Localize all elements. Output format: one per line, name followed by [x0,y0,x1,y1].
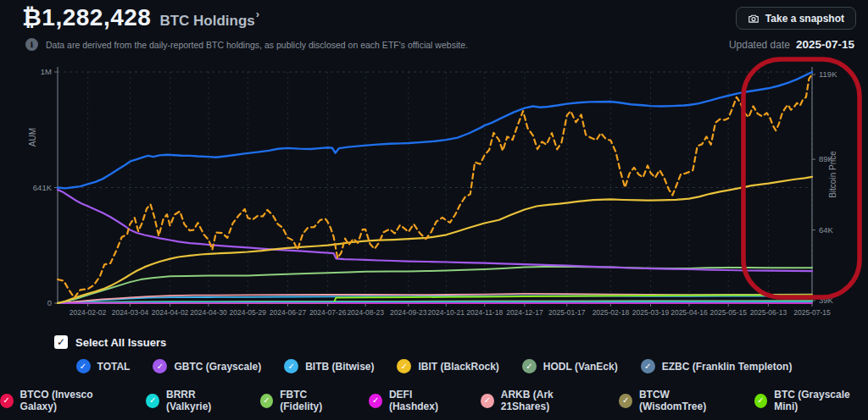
subtitle-text: BTC Holdings [159,13,254,29]
svg-text:2024-04-30: 2024-04-30 [190,308,227,317]
svg-text:2025-03-19: 2025-03-19 [632,308,670,317]
legend-item-btcw[interactable]: ✓BTCW (WisdomTree) [619,389,731,412]
svg-text:2025-04-16: 2025-04-16 [670,308,708,317]
legend-check-icon: ✓ [284,359,298,373]
legend-item-label: BTCW (WisdomTree) [639,389,732,412]
legend-row-1: ✓TOTAL✓GBTC (Grayscale)✓BITB (Bitwise)✓I… [0,359,868,373]
legend-item-fbtc[interactable]: ✓FBTC (Fidelity) [260,389,347,412]
snapshot-button-label: Take a snapshot [765,13,844,25]
btc-symbol: ₿ [22,4,42,30]
legend-check-icon: ✓ [369,394,382,408]
legend-item-label: BTC (Grayscale Mini) [774,389,868,412]
legend-item-label: EZBC (Franklin Templeton) [662,361,793,373]
page-title[interactable]: ₿1,282,428 BTC Holdings› [22,4,259,31]
take-snapshot-button[interactable]: Take a snapshot [736,7,856,30]
holdings-chart[interactable]: 2024-02-022024-03-042024-04-022024-04-30… [0,49,868,329]
legend-item-label: DEFI (Hashdex) [389,389,458,412]
legend-check-icon: ✓ [481,394,494,408]
svg-text:2024-04-02: 2024-04-02 [152,308,189,317]
legend-item-hodl[interactable]: ✓HODL (VanEck) [522,359,618,373]
series-total [58,72,812,188]
series-price [58,75,812,298]
svg-text:119K: 119K [819,69,837,79]
svg-text:2024-05-29: 2024-05-29 [230,308,267,317]
legend-check-icon: ✓ [397,359,411,373]
svg-text:2025-01-17: 2025-01-17 [548,308,586,317]
svg-text:2024-03-04: 2024-03-04 [112,308,149,317]
legend-check-icon: ✓ [146,394,159,408]
svg-text:2024-06-27: 2024-06-27 [270,308,307,317]
right-axis-label: Bitcoin Price [828,151,837,198]
legend-row-2: ✓BTCO (Invesco Galaxy)✓BRRR (Valkyrie)✓F… [0,389,868,412]
svg-text:2024-10-21: 2024-10-21 [428,308,465,317]
svg-text:641K: 641K [33,183,53,192]
svg-text:2024-08-23: 2024-08-23 [347,308,384,317]
left-axis-label: AUM [28,128,37,146]
chart-svg[interactable]: 2024-02-022024-03-042024-04-022024-04-30… [0,49,868,329]
legend-item-label: ARKB (Ark 21Shares) [501,389,597,412]
svg-text:2024-02-02: 2024-02-02 [70,308,107,317]
legend-item-label: HODL (VanEck) [543,361,618,373]
legend-item-bitb[interactable]: ✓BITB (Bitwise) [284,359,374,373]
legend-item-label: BITB (Bitwise) [305,361,374,373]
legend-check-icon: ✓ [522,359,537,373]
legend-check-icon: ✓ [619,394,632,408]
legend-item-label: TOTAL [97,361,131,373]
legend-check-icon: ✓ [0,394,14,408]
svg-text:2024-11-18: 2024-11-18 [466,308,503,317]
legend-item-label: BTCO (Invesco Galaxy) [20,389,124,412]
svg-text:2024-12-17: 2024-12-17 [506,308,543,317]
btc-holdings-dashboard: ₿1,282,428 BTC Holdings› Take a snapshot… [0,0,868,420]
svg-text:64K: 64K [819,225,834,235]
legend-item-btco[interactable]: ✓BTCO (Invesco Galaxy) [0,389,123,412]
legend-item-gbtc[interactable]: ✓GBTC (Grayscale) [153,359,261,373]
svg-text:2025-05-15: 2025-05-15 [709,308,747,317]
legend-item-total[interactable]: ✓TOTAL [76,359,131,373]
legend-item-arkb[interactable]: ✓ARKB (Ark 21Shares) [481,389,596,412]
legend-check-icon: ✓ [76,359,91,373]
legend-check-icon: ✓ [260,394,274,408]
svg-text:0: 0 [47,298,52,307]
checkbox-check-icon[interactable]: ✓ [54,335,68,349]
svg-text:2025-06-13: 2025-06-13 [750,308,787,317]
svg-text:2024-07-26: 2024-07-26 [309,308,347,317]
info-text: Data are derived from the daily-reported… [46,40,468,50]
btc-holdings-value: ₿1,282,428 [22,4,151,31]
legend-item-btc[interactable]: ✓BTC (Grayscale Mini) [754,389,868,412]
legend-item-brrr[interactable]: ✓BRRR (Valkyrie) [146,389,236,412]
svg-text:2025-07-15: 2025-07-15 [793,308,831,317]
legend-item-label: GBTC (Grayscale) [174,361,261,373]
header: ₿1,282,428 BTC Holdings› Take a snapshot [0,0,868,37]
select-all-label: Select All Issuers [75,336,166,349]
select-all-issuers-checkbox[interactable]: ✓ Select All Issuers [54,335,166,349]
svg-text:2025-02-18: 2025-02-18 [593,308,630,317]
page-subtitle: BTC Holdings› [159,13,259,30]
svg-text:2024-09-23: 2024-09-23 [390,308,427,317]
svg-text:1M: 1M [41,67,52,76]
camera-icon [748,13,760,25]
legend-item-label: BRRR (Valkyrie) [166,389,237,412]
holdings-number: 1,282,428 [42,4,151,30]
legend-item-ezbc[interactable]: ✓EZBC (Franklin Templeton) [641,359,793,373]
legend-item-label: IBIT (BlackRock) [418,361,498,373]
legend-item-ibit[interactable]: ✓IBIT (BlackRock) [397,359,498,373]
legend-check-icon: ✓ [153,359,167,373]
legend-item-defi[interactable]: ✓DEFI (Hashdex) [369,389,458,412]
legend-item-label: FBTC (Fidelity) [280,389,346,412]
chevron-right-icon: › [256,8,259,20]
legend-check-icon: ✓ [641,359,655,373]
legend-check-icon: ✓ [754,394,768,408]
